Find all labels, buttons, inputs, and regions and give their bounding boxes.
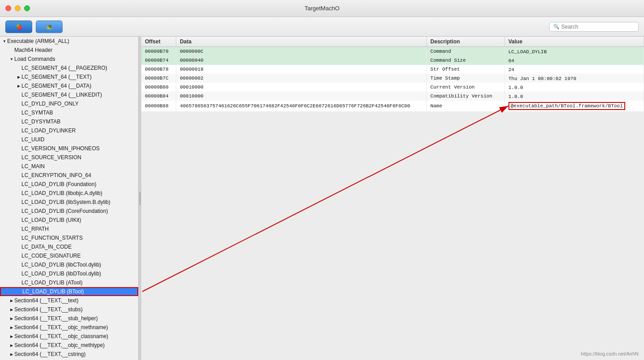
- sidebar-item-section64_text_stub_helper[interactable]: ▶ Section64 (__TEXT,__stub_helper): [0, 314, 138, 323]
- minimize-button[interactable]: [15, 5, 21, 11]
- triangle-icon: [16, 208, 21, 214]
- cell-value-container: Thu Jan 1 08:00:02 1970: [504, 74, 644, 83]
- sidebar-item-executable[interactable]: ▼ Executable (ARM64_ALL): [0, 37, 138, 46]
- toolbar-btn-2-icon: 🐢: [46, 24, 53, 30]
- cell-value-container: LC_LOAD_DYLIB: [504, 47, 644, 56]
- cell-offset: 00000B84: [141, 92, 176, 101]
- sidebar-item-label: LC_UUID: [21, 136, 44, 143]
- sidebar-item-lc_version_min[interactable]: LC_VERSION_MIN_IPHONEOS: [0, 144, 138, 153]
- triangle-icon: [16, 137, 21, 142]
- search-input[interactable]: [561, 24, 635, 30]
- sidebar-item-label: LC_LOAD_DYLINKER: [21, 127, 76, 134]
- sidebar-item-label: LC_LOAD_DYLIB (libDTool.dylib): [21, 271, 101, 277]
- table-row: 00000B78 00000018 Str Offset 24: [141, 65, 644, 74]
- cell-data: 00010000: [176, 83, 427, 92]
- sidebar-item-label: LC_SEGMENT_64 (__LINKEDIT): [21, 92, 102, 98]
- search-icon: 🔍: [553, 24, 559, 30]
- cell-value-container: 1.0.0: [504, 83, 644, 92]
- sidebar-item-lc_load_dylib_libdtool[interactable]: LC_LOAD_DYLIB (libDTool.dylib): [0, 269, 138, 278]
- table-container: Offset Data Description Value 00000B70 0…: [141, 37, 644, 360]
- cell-offset: 00000B88: [141, 101, 176, 111]
- svg-line-1: [142, 106, 508, 292]
- table-row: 00000B74 00000040 Command Size 64: [141, 56, 644, 65]
- sidebar-item-section64_text_objc_classname[interactable]: ▶ Section64 (__TEXT,__objc_classname): [0, 332, 138, 341]
- sidebar-item-lc_segment_pagezero[interactable]: LC_SEGMENT_64 (__PAGEZERO): [0, 64, 138, 72]
- cell-data: 00000018: [176, 65, 427, 74]
- sidebar-item-lc_main[interactable]: LC_MAIN: [0, 162, 138, 171]
- sidebar-item-label: LC_SEGMENT_64 (__DATA): [21, 83, 91, 89]
- sidebar-item-label: LC_LOAD_DYLIB (BTool): [22, 288, 84, 295]
- cell-description: Compatibility Version: [427, 92, 504, 101]
- sidebar-item-section64_text_objc_methtype[interactable]: ▶ Section64 (__TEXT,__objc_methtype): [0, 341, 138, 350]
- close-button[interactable]: [5, 5, 11, 11]
- col-data: Data: [176, 37, 427, 47]
- sidebar-item-lc_function_starts[interactable]: LC_FUNCTION_STARTS: [0, 233, 138, 242]
- sidebar-item-lc_load_dylib_libobjc[interactable]: LC_LOAD_DYLIB (libobjc.A.dylib): [0, 189, 138, 198]
- sidebar-item-lc_segment_linkedit[interactable]: LC_SEGMENT_64 (__LINKEDIT): [0, 90, 138, 99]
- cell-value: 24: [508, 67, 514, 72]
- triangle-icon: [16, 182, 21, 187]
- sidebar-item-label: LC_LOAD_DYLIB (Foundation): [21, 181, 96, 187]
- titlebar: TargetMachO: [0, 0, 644, 17]
- toolbar-btn-1-icon: 🍓: [16, 24, 22, 30]
- window-title: TargetMachO: [305, 5, 339, 12]
- table-row: 00000B70 0000000C Command LC_LOAD_DYLIB: [141, 47, 644, 56]
- sidebar-item-label: LC_ENCRYPTION_INFO_64: [21, 172, 91, 178]
- table-row: 00000B7C 00000002 Time Stamp Thu Jan 1 0…: [141, 74, 644, 83]
- sidebar-item-label: Section64 (__TEXT,__cstring): [14, 351, 85, 357]
- sidebar-item-lc_encryption_info[interactable]: LC_ENCRYPTION_INFO_64: [0, 171, 138, 180]
- sidebar-item-section64_text_stubs[interactable]: ▶ Section64 (__TEXT,__stubs): [0, 305, 138, 314]
- sidebar-item-section64_text_objc_methname[interactable]: ▶ Section64 (__TEXT,__objc_methname): [0, 323, 138, 332]
- sidebar-item-lc_load_dylib_foundation[interactable]: LC_LOAD_DYLIB (Foundation): [0, 180, 138, 189]
- window-controls[interactable]: [5, 5, 30, 11]
- cell-value-container: 24: [504, 65, 644, 74]
- sidebar-item-lc_code_signature[interactable]: LC_CODE_SIGNATURE: [0, 251, 138, 260]
- sidebar-item-label: Section64 (__TEXT,__objc_methtype): [14, 342, 105, 348]
- maximize-button[interactable]: [24, 5, 30, 11]
- sidebar-item-lc_load_dylib_libctool[interactable]: LC_LOAD_DYLIB (libCTool.dylib): [0, 260, 138, 269]
- toolbar-btn-2[interactable]: 🐢: [36, 21, 63, 33]
- sidebar-item-label: Section64 (__TEXT,__objc_classname): [14, 333, 108, 339]
- sidebar-item-lc_load_dylib_libsystem[interactable]: LC_LOAD_DYLIB (libSystem.B.dylib): [0, 198, 138, 207]
- triangle-icon: [16, 65, 21, 71]
- sidebar-item-label: Executable (ARM64_ALL): [7, 38, 69, 44]
- cell-offset: 00000B74: [141, 56, 176, 65]
- search-container: 🔍: [549, 22, 639, 32]
- sidebar-item-lc_load_dylib_atool[interactable]: LC_LOAD_DYLIB (ATool): [0, 278, 138, 287]
- sidebar-item-label: LC_SEGMENT_64 (__PAGEZERO): [21, 65, 107, 71]
- cell-description: Current Version: [427, 83, 504, 92]
- triangle-icon: [16, 217, 21, 223]
- sidebar-item-label: LC_VERSION_MIN_IPHONEOS: [21, 145, 100, 152]
- toolbar-btn-1[interactable]: 🍓: [5, 21, 32, 33]
- sidebar-item-lc_source_version[interactable]: LC_SOURCE_VERSION: [0, 153, 138, 162]
- sidebar-item-section64_text_cstring[interactable]: ▶ Section64 (__TEXT,__cstring): [0, 350, 138, 359]
- sidebar-item-lc_load_dylib_btool[interactable]: LC_LOAD_DYLIB (BTool): [0, 287, 138, 296]
- sidebar-item-label: LC_LOAD_DYLIB (libobjc.A.dylib): [21, 190, 102, 196]
- sidebar-item-lc_segment_data[interactable]: ▶ LC_SEGMENT_64 (__DATA): [0, 81, 138, 90]
- triangle-icon: [16, 244, 21, 250]
- triangle-icon: [16, 191, 21, 196]
- sidebar-item-lc_segment_text[interactable]: ▶ LC_SEGMENT_64 (__TEXT): [0, 72, 138, 81]
- sidebar-item-loadcommands[interactable]: ▼ Load Commands: [0, 55, 138, 64]
- sidebar-item-label: LC_RPATH: [21, 226, 49, 232]
- sidebar-item-mach64header[interactable]: Mach64 Header: [0, 46, 138, 55]
- sidebar-item-label: LC_DYSYMTAB: [21, 119, 60, 125]
- cell-value-container: 1.0.0: [504, 92, 644, 101]
- sidebar-item-lc_symtab[interactable]: LC_SYMTAB: [0, 108, 138, 117]
- sidebar-item-label: Section64 (__TEXT,__stubs): [14, 306, 83, 313]
- sidebar-item-lc_uuid[interactable]: LC_UUID: [0, 135, 138, 144]
- sidebar-item-lc_dysymtab[interactable]: LC_DYSYMTAB: [0, 117, 138, 126]
- sidebar-item-lc_load_dylib_uikit[interactable]: LC_LOAD_DYLIB (UIKit): [0, 216, 138, 224]
- main-content: ▼ Executable (ARM64_ALL) Mach64 Header ▼…: [0, 37, 644, 360]
- sidebar-item-section64_text_text[interactable]: ▶ Section64 (__TEXT,__text): [0, 296, 138, 305]
- triangle-icon: [16, 262, 21, 267]
- sidebar-item-lc_rpath[interactable]: LC_RPATH: [0, 224, 138, 233]
- table-row: 00000B88 4065786563757461626C655F7061746…: [141, 101, 644, 111]
- triangle-icon: ▼: [2, 38, 7, 44]
- triangle-icon: [16, 226, 21, 232]
- sidebar-item-label: Load Commands: [14, 56, 55, 62]
- sidebar-item-lc_load_dylinker[interactable]: LC_LOAD_DYLINKER: [0, 126, 138, 135]
- sidebar-item-lc_load_dylib_corefoundation[interactable]: LC_LOAD_DYLIB (CoreFoundation): [0, 207, 138, 216]
- sidebar-item-lc_dyld_info[interactable]: LC_DYLD_INFO_ONLY: [0, 99, 138, 108]
- sidebar-item-lc_data_in_code[interactable]: LC_DATA_IN_CODE: [0, 242, 138, 251]
